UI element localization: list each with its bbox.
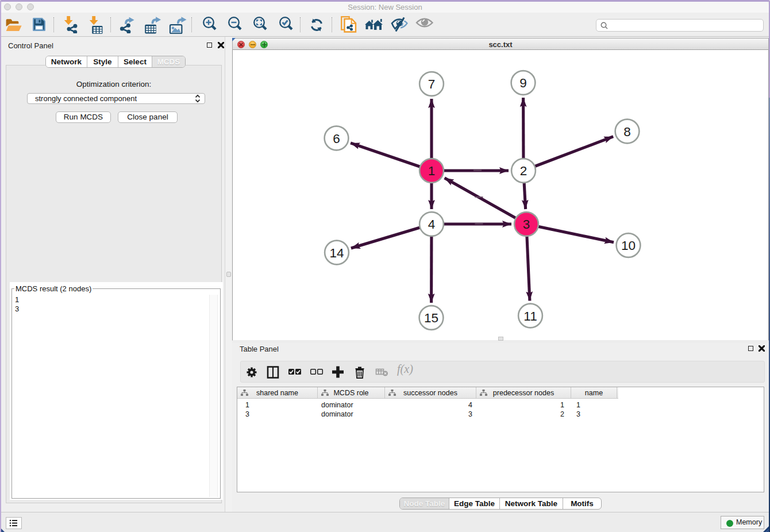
svg-text:15: 15 (424, 311, 438, 325)
svg-text:3: 3 (523, 217, 530, 232)
svg-text:11: 11 (523, 309, 537, 323)
svg-text:7: 7 (428, 77, 436, 91)
svg-text:2: 2 (520, 164, 528, 178)
svg-text:8: 8 (623, 125, 631, 139)
svg-text:4: 4 (428, 217, 436, 232)
svg-text:1: 1 (428, 164, 436, 178)
svg-text:10: 10 (621, 238, 636, 253)
svg-text:14: 14 (329, 246, 344, 260)
svg-text:6: 6 (333, 132, 340, 146)
svg-text:9: 9 (519, 76, 527, 90)
